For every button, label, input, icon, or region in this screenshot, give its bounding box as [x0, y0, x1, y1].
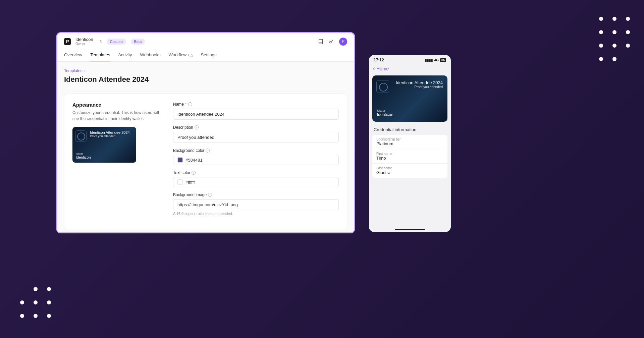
signal-icon: ▮▮▮▮	[425, 58, 433, 62]
org-role: Owner	[75, 42, 93, 46]
bgcolor-label: Background color	[173, 148, 204, 153]
topbar: P Identicon Owner ⇅ Custom Beta P	[57, 33, 354, 50]
warning-icon: △	[190, 53, 193, 57]
home-indicator	[395, 229, 425, 230]
appearance-heading: Appearance	[72, 102, 160, 108]
phone-status-bar: 17:12 ▮▮▮▮ 4G 86	[369, 55, 451, 64]
bgimg-hint: A 16:9 aspect ratio is recommended.	[173, 212, 339, 216]
phone-credential-card[interactable]: Identicon Attendee 2024 Proof you attend…	[372, 75, 447, 122]
credential-preview: Identicon Attendee 2024 Proof you attend…	[72, 127, 136, 163]
tab-workflows[interactable]: Workflows△	[169, 50, 193, 61]
bgimg-label: Background image	[173, 192, 207, 197]
preview-title: Identicon Attendee 2024	[90, 130, 133, 134]
org-switcher[interactable]: Identicon Owner	[75, 37, 93, 46]
info-icon[interactable]: i	[195, 125, 199, 129]
nav-tabs: Overview Templates Activity Webhooks Wor…	[57, 50, 354, 62]
phone-section-title: Credential information	[369, 122, 451, 135]
name-input[interactable]	[173, 109, 339, 120]
tab-templates[interactable]: Templates	[90, 50, 110, 61]
color-swatch	[177, 157, 183, 163]
description-label: Description	[173, 125, 193, 130]
list-item: Last name Glastra	[372, 164, 447, 178]
beta-badge: Beta	[131, 39, 145, 45]
bgimg-input[interactable]	[173, 199, 339, 210]
list-item: Sponsorship tier Platinum	[372, 135, 447, 149]
txtcolor-label: Text color	[173, 170, 190, 175]
battery-level: 86	[440, 58, 446, 62]
phone-issuer-name: Identicon	[377, 112, 443, 117]
info-icon[interactable]: i	[206, 149, 210, 153]
list-item: First name Timo	[372, 149, 447, 164]
chevron-right-icon: ›	[83, 68, 86, 73]
page-title: Identicon Attendee 2024	[64, 75, 347, 88]
color-swatch	[177, 179, 183, 185]
preview-subtitle: Proof you attended	[90, 134, 133, 138]
tab-activity[interactable]: Activity	[118, 50, 132, 61]
phone-issuer-label: Issuer	[377, 109, 443, 112]
info-icon[interactable]: i	[192, 171, 196, 175]
org-name: Identicon	[75, 37, 93, 42]
network-label: 4G	[434, 58, 439, 62]
chevron-updown-icon: ⇅	[99, 40, 102, 43]
info-icon[interactable]: i	[208, 193, 212, 197]
name-label: Name	[173, 102, 184, 107]
tab-overview[interactable]: Overview	[64, 50, 82, 61]
phone-back-button[interactable]: ‹ Home	[369, 64, 451, 75]
svg-point-0	[330, 41, 331, 43]
custom-badge: Custom	[107, 39, 126, 45]
preview-issuer-name: Identicon	[76, 155, 133, 159]
preview-issuer-label: Issuer	[76, 152, 133, 155]
breadcrumb[interactable]: Templates ›	[64, 68, 347, 73]
decoration-dots-bottom-left	[20, 287, 51, 318]
phone-card-title: Identicon Attendee 2024	[394, 80, 443, 85]
docs-icon[interactable]	[318, 39, 324, 45]
phone-card-subtitle: Proof you attended	[394, 85, 443, 89]
phone-time: 17:12	[374, 58, 384, 62]
decoration-dots-top-right	[599, 17, 630, 61]
desktop-app-window: P Identicon Owner ⇅ Custom Beta P Overvi…	[56, 32, 355, 233]
key-icon[interactable]	[328, 39, 334, 45]
txtcolor-input[interactable]: #ffffff	[173, 177, 339, 187]
appearance-card: Appearance Customize your credential. Th…	[64, 94, 347, 229]
info-icon[interactable]: i	[188, 102, 192, 106]
tab-settings[interactable]: Settings	[201, 50, 217, 61]
tab-webhooks[interactable]: Webhooks	[140, 50, 161, 61]
credential-info-list: Sponsorship tier Platinum First name Tim…	[372, 135, 447, 178]
bgcolor-input[interactable]: #584481	[173, 155, 339, 165]
user-avatar[interactable]: P	[339, 38, 347, 46]
chevron-left-icon: ‹	[373, 65, 375, 72]
description-input[interactable]	[173, 132, 339, 143]
phone-mockup: 17:12 ▮▮▮▮ 4G 86 ‹ Home Identicon Attend…	[369, 55, 451, 232]
app-logo: P	[64, 38, 71, 45]
appearance-description: Customize your credential. This is how u…	[72, 110, 160, 122]
content-area: Templates › Identicon Attendee 2024 Appe…	[57, 62, 354, 232]
